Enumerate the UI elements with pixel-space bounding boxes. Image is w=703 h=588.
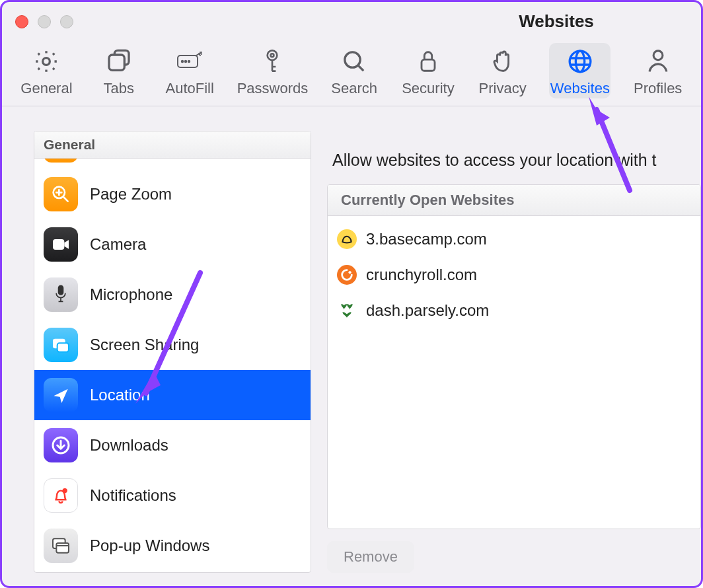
location-arrow-icon [44, 378, 78, 412]
sidebar-item-label: Page Zoom [90, 185, 301, 203]
tab-label: Tabs [104, 80, 134, 97]
svg-point-10 [570, 51, 591, 72]
hand-icon [488, 47, 517, 76]
svg-rect-17 [57, 343, 69, 351]
tab-label: Passwords [237, 80, 309, 97]
reader-icon [44, 159, 78, 163]
svg-point-11 [575, 51, 584, 72]
sidebar-item-label: Camera [90, 235, 301, 254]
sidebar-item-partial[interactable] [34, 159, 311, 169]
tab-security[interactable]: Security [400, 43, 456, 98]
gear-icon [32, 47, 61, 76]
sidebar-item-notifications[interactable]: Notifications [34, 470, 311, 521]
svg-point-12 [653, 50, 663, 59]
tab-search[interactable]: Search [329, 43, 379, 98]
sidebar-item-label: Notifications [90, 486, 301, 505]
popup-windows-icon [44, 529, 78, 563]
tab-profiles[interactable]: Profiles [632, 43, 684, 98]
search-icon [340, 47, 369, 76]
site-favicon-crunchyroll [337, 265, 357, 285]
svg-point-3 [182, 60, 183, 61]
tab-passwords[interactable]: Passwords [237, 43, 309, 98]
close-window-button[interactable] [15, 15, 28, 28]
svg-point-8 [345, 52, 360, 67]
screen-sharing-icon [44, 328, 78, 362]
autofill-icon [175, 47, 204, 76]
sidebar-item-camera[interactable]: Camera [34, 219, 311, 270]
window-title: Websites [2, 11, 701, 32]
sidebar-item-location[interactable]: Location [34, 370, 311, 420]
svg-point-7 [271, 54, 274, 57]
microphone-icon [44, 277, 78, 312]
svg-point-24 [348, 271, 351, 274]
sidebar-list: Page Zoom Camera Microphone [34, 159, 311, 571]
site-favicon-parsely [337, 301, 357, 320]
website-row[interactable]: crunchyroll.com [337, 265, 691, 285]
sidebar-item-label: Microphone [90, 285, 301, 304]
svg-rect-1 [109, 55, 124, 70]
tab-label: Search [331, 80, 377, 97]
sidebar-item-label: Screen Sharing [90, 336, 301, 354]
sidebar-item-screen-sharing[interactable]: Screen Sharing [34, 320, 311, 370]
tab-tabs[interactable]: Tabs [95, 43, 143, 98]
tabs-icon [104, 47, 133, 76]
tab-label: Privacy [479, 80, 527, 97]
websites-list-header: Currently Open Websites [328, 185, 700, 216]
tab-websites[interactable]: Websites [549, 43, 610, 98]
sidebar-item-downloads[interactable]: Downloads [34, 420, 311, 470]
site-favicon-basecamp [337, 229, 357, 249]
globe-icon [566, 47, 595, 76]
tab-label: Profiles [634, 80, 682, 97]
svg-point-19 [62, 488, 67, 493]
tab-label: AutoFill [166, 80, 214, 97]
person-icon [644, 47, 673, 76]
website-row[interactable]: 3.basecamp.com [337, 229, 691, 249]
bell-icon [44, 478, 78, 513]
websites-list-box: Currently Open Websites 3.basecamp.com c… [327, 184, 701, 529]
detail-panel: Allow websites to access your location w… [327, 131, 701, 573]
sidebar-item-label: Pop-up Windows [90, 536, 301, 555]
tab-general[interactable]: General [19, 43, 74, 98]
content-area: General Page Zoom [34, 131, 701, 573]
svg-rect-15 [59, 285, 63, 295]
website-row[interactable]: dash.parsely.com [337, 301, 691, 320]
website-domain: dash.parsely.com [366, 301, 489, 320]
tab-label: Security [402, 80, 454, 97]
sidebar-item-popup-windows[interactable]: Pop-up Windows [34, 521, 311, 571]
tab-autofill[interactable]: AutoFill [164, 43, 216, 98]
svg-rect-9 [422, 59, 435, 71]
sidebar-item-microphone[interactable]: Microphone [34, 270, 311, 320]
sidebar-item-label: Downloads [90, 436, 301, 455]
sidebar-item-label: Location [90, 386, 301, 404]
website-domain: crunchyroll.com [366, 266, 477, 284]
svg-rect-21 [56, 543, 69, 553]
website-domain: 3.basecamp.com [366, 230, 487, 248]
svg-point-6 [268, 50, 278, 60]
detail-heading: Allow websites to access your location w… [327, 151, 701, 170]
svg-point-5 [188, 60, 190, 61]
zoom-icon [44, 177, 78, 211]
websites-list: 3.basecamp.com crunchyroll.com dash.pars… [328, 216, 700, 334]
key-icon [258, 47, 287, 76]
svg-rect-14 [53, 239, 64, 250]
download-icon [44, 428, 78, 462]
tab-privacy[interactable]: Privacy [477, 43, 529, 98]
camera-icon [44, 227, 78, 262]
lock-icon [414, 47, 443, 76]
tab-label: Websites [550, 80, 610, 97]
settings-category-sidebar: General Page Zoom [34, 131, 311, 573]
window-controls [15, 15, 73, 28]
preferences-window: Websites General Tabs AutoFill Passwor [0, 0, 703, 588]
svg-point-4 [185, 60, 186, 61]
preferences-toolbar: General Tabs AutoFill Passwords Search [2, 35, 701, 106]
sidebar-item-page-zoom[interactable]: Page Zoom [34, 169, 311, 219]
minimize-window-button[interactable] [38, 15, 51, 28]
tab-label: General [20, 80, 72, 97]
zoom-window-button[interactable] [60, 15, 73, 28]
remove-button[interactable]: Remove [327, 541, 414, 573]
svg-point-0 [43, 57, 50, 65]
sidebar-section-header: General [34, 131, 311, 159]
